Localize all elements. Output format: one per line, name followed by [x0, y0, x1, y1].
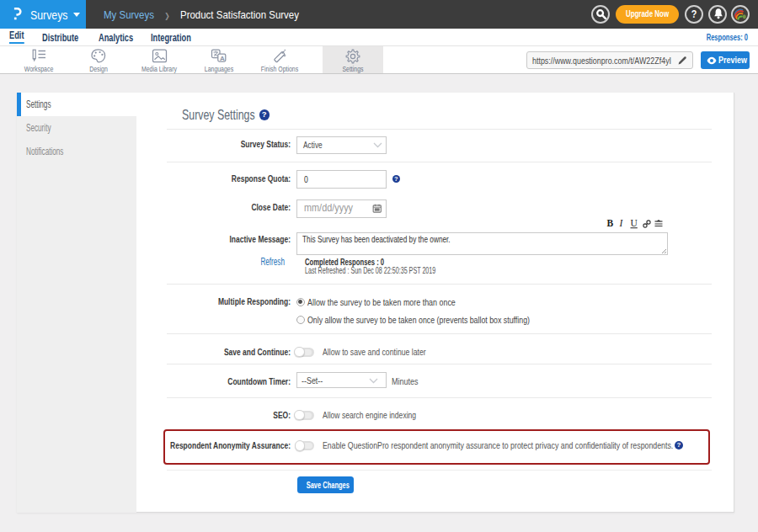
svg-text:A: A — [220, 55, 225, 62]
